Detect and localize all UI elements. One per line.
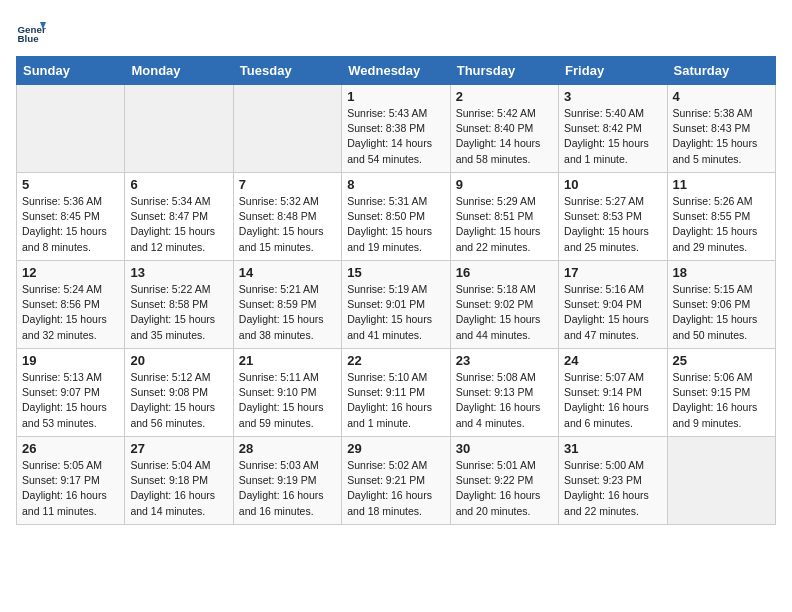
day-number: 11 [673, 177, 770, 192]
day-info: Sunrise: 5:18 AM Sunset: 9:02 PM Dayligh… [456, 282, 553, 343]
day-number: 14 [239, 265, 336, 280]
calendar-cell: 2Sunrise: 5:42 AM Sunset: 8:40 PM Daylig… [450, 85, 558, 173]
weekday-header: Monday [125, 57, 233, 85]
calendar-cell: 30Sunrise: 5:01 AM Sunset: 9:22 PM Dayli… [450, 437, 558, 525]
weekday-header: Sunday [17, 57, 125, 85]
calendar-cell: 22Sunrise: 5:10 AM Sunset: 9:11 PM Dayli… [342, 349, 450, 437]
calendar-cell: 11Sunrise: 5:26 AM Sunset: 8:55 PM Dayli… [667, 173, 775, 261]
day-info: Sunrise: 5:05 AM Sunset: 9:17 PM Dayligh… [22, 458, 119, 519]
page-header: General Blue [16, 16, 776, 46]
calendar-cell: 24Sunrise: 5:07 AM Sunset: 9:14 PM Dayli… [559, 349, 667, 437]
logo: General Blue [16, 16, 52, 46]
day-number: 4 [673, 89, 770, 104]
day-info: Sunrise: 5:03 AM Sunset: 9:19 PM Dayligh… [239, 458, 336, 519]
calendar-cell: 7Sunrise: 5:32 AM Sunset: 8:48 PM Daylig… [233, 173, 341, 261]
weekday-header: Wednesday [342, 57, 450, 85]
day-info: Sunrise: 5:08 AM Sunset: 9:13 PM Dayligh… [456, 370, 553, 431]
calendar-cell [125, 85, 233, 173]
calendar-cell: 4Sunrise: 5:38 AM Sunset: 8:43 PM Daylig… [667, 85, 775, 173]
day-info: Sunrise: 5:19 AM Sunset: 9:01 PM Dayligh… [347, 282, 444, 343]
day-number: 21 [239, 353, 336, 368]
calendar-cell: 10Sunrise: 5:27 AM Sunset: 8:53 PM Dayli… [559, 173, 667, 261]
day-number: 8 [347, 177, 444, 192]
day-number: 19 [22, 353, 119, 368]
calendar-cell: 14Sunrise: 5:21 AM Sunset: 8:59 PM Dayli… [233, 261, 341, 349]
calendar-week-row: 1Sunrise: 5:43 AM Sunset: 8:38 PM Daylig… [17, 85, 776, 173]
calendar-cell: 28Sunrise: 5:03 AM Sunset: 9:19 PM Dayli… [233, 437, 341, 525]
calendar-body: 1Sunrise: 5:43 AM Sunset: 8:38 PM Daylig… [17, 85, 776, 525]
calendar-week-row: 5Sunrise: 5:36 AM Sunset: 8:45 PM Daylig… [17, 173, 776, 261]
day-number: 26 [22, 441, 119, 456]
calendar-cell: 26Sunrise: 5:05 AM Sunset: 9:17 PM Dayli… [17, 437, 125, 525]
logo-icon: General Blue [16, 16, 46, 46]
day-number: 16 [456, 265, 553, 280]
weekday-header: Thursday [450, 57, 558, 85]
day-info: Sunrise: 5:15 AM Sunset: 9:06 PM Dayligh… [673, 282, 770, 343]
calendar-cell: 20Sunrise: 5:12 AM Sunset: 9:08 PM Dayli… [125, 349, 233, 437]
calendar-cell [17, 85, 125, 173]
day-number: 2 [456, 89, 553, 104]
day-number: 6 [130, 177, 227, 192]
calendar-cell: 13Sunrise: 5:22 AM Sunset: 8:58 PM Dayli… [125, 261, 233, 349]
day-number: 28 [239, 441, 336, 456]
calendar-cell: 12Sunrise: 5:24 AM Sunset: 8:56 PM Dayli… [17, 261, 125, 349]
day-number: 30 [456, 441, 553, 456]
calendar-cell: 3Sunrise: 5:40 AM Sunset: 8:42 PM Daylig… [559, 85, 667, 173]
day-info: Sunrise: 5:42 AM Sunset: 8:40 PM Dayligh… [456, 106, 553, 167]
calendar-week-row: 12Sunrise: 5:24 AM Sunset: 8:56 PM Dayli… [17, 261, 776, 349]
calendar-cell [233, 85, 341, 173]
day-info: Sunrise: 5:12 AM Sunset: 9:08 PM Dayligh… [130, 370, 227, 431]
day-number: 29 [347, 441, 444, 456]
calendar-cell: 31Sunrise: 5:00 AM Sunset: 9:23 PM Dayli… [559, 437, 667, 525]
day-info: Sunrise: 5:29 AM Sunset: 8:51 PM Dayligh… [456, 194, 553, 255]
day-info: Sunrise: 5:36 AM Sunset: 8:45 PM Dayligh… [22, 194, 119, 255]
day-info: Sunrise: 5:21 AM Sunset: 8:59 PM Dayligh… [239, 282, 336, 343]
day-number: 9 [456, 177, 553, 192]
day-info: Sunrise: 5:06 AM Sunset: 9:15 PM Dayligh… [673, 370, 770, 431]
calendar-week-row: 26Sunrise: 5:05 AM Sunset: 9:17 PM Dayli… [17, 437, 776, 525]
calendar-table: SundayMondayTuesdayWednesdayThursdayFrid… [16, 56, 776, 525]
day-info: Sunrise: 5:27 AM Sunset: 8:53 PM Dayligh… [564, 194, 661, 255]
calendar-cell: 23Sunrise: 5:08 AM Sunset: 9:13 PM Dayli… [450, 349, 558, 437]
day-info: Sunrise: 5:24 AM Sunset: 8:56 PM Dayligh… [22, 282, 119, 343]
day-info: Sunrise: 5:07 AM Sunset: 9:14 PM Dayligh… [564, 370, 661, 431]
day-number: 31 [564, 441, 661, 456]
day-info: Sunrise: 5:34 AM Sunset: 8:47 PM Dayligh… [130, 194, 227, 255]
calendar-cell: 1Sunrise: 5:43 AM Sunset: 8:38 PM Daylig… [342, 85, 450, 173]
day-number: 25 [673, 353, 770, 368]
calendar-cell: 8Sunrise: 5:31 AM Sunset: 8:50 PM Daylig… [342, 173, 450, 261]
day-number: 10 [564, 177, 661, 192]
weekday-header: Tuesday [233, 57, 341, 85]
day-info: Sunrise: 5:40 AM Sunset: 8:42 PM Dayligh… [564, 106, 661, 167]
day-info: Sunrise: 5:02 AM Sunset: 9:21 PM Dayligh… [347, 458, 444, 519]
day-number: 22 [347, 353, 444, 368]
day-number: 15 [347, 265, 444, 280]
calendar-header-row: SundayMondayTuesdayWednesdayThursdayFrid… [17, 57, 776, 85]
day-number: 23 [456, 353, 553, 368]
day-info: Sunrise: 5:11 AM Sunset: 9:10 PM Dayligh… [239, 370, 336, 431]
calendar-cell: 18Sunrise: 5:15 AM Sunset: 9:06 PM Dayli… [667, 261, 775, 349]
day-number: 3 [564, 89, 661, 104]
day-number: 24 [564, 353, 661, 368]
day-info: Sunrise: 5:26 AM Sunset: 8:55 PM Dayligh… [673, 194, 770, 255]
day-info: Sunrise: 5:00 AM Sunset: 9:23 PM Dayligh… [564, 458, 661, 519]
day-number: 1 [347, 89, 444, 104]
day-info: Sunrise: 5:10 AM Sunset: 9:11 PM Dayligh… [347, 370, 444, 431]
calendar-cell: 29Sunrise: 5:02 AM Sunset: 9:21 PM Dayli… [342, 437, 450, 525]
calendar-week-row: 19Sunrise: 5:13 AM Sunset: 9:07 PM Dayli… [17, 349, 776, 437]
calendar-cell: 21Sunrise: 5:11 AM Sunset: 9:10 PM Dayli… [233, 349, 341, 437]
weekday-header: Friday [559, 57, 667, 85]
day-number: 13 [130, 265, 227, 280]
calendar-cell: 5Sunrise: 5:36 AM Sunset: 8:45 PM Daylig… [17, 173, 125, 261]
calendar-cell: 15Sunrise: 5:19 AM Sunset: 9:01 PM Dayli… [342, 261, 450, 349]
day-info: Sunrise: 5:43 AM Sunset: 8:38 PM Dayligh… [347, 106, 444, 167]
day-number: 17 [564, 265, 661, 280]
calendar-cell: 9Sunrise: 5:29 AM Sunset: 8:51 PM Daylig… [450, 173, 558, 261]
day-info: Sunrise: 5:22 AM Sunset: 8:58 PM Dayligh… [130, 282, 227, 343]
day-info: Sunrise: 5:32 AM Sunset: 8:48 PM Dayligh… [239, 194, 336, 255]
day-number: 20 [130, 353, 227, 368]
day-info: Sunrise: 5:31 AM Sunset: 8:50 PM Dayligh… [347, 194, 444, 255]
calendar-cell: 6Sunrise: 5:34 AM Sunset: 8:47 PM Daylig… [125, 173, 233, 261]
day-number: 7 [239, 177, 336, 192]
day-info: Sunrise: 5:38 AM Sunset: 8:43 PM Dayligh… [673, 106, 770, 167]
